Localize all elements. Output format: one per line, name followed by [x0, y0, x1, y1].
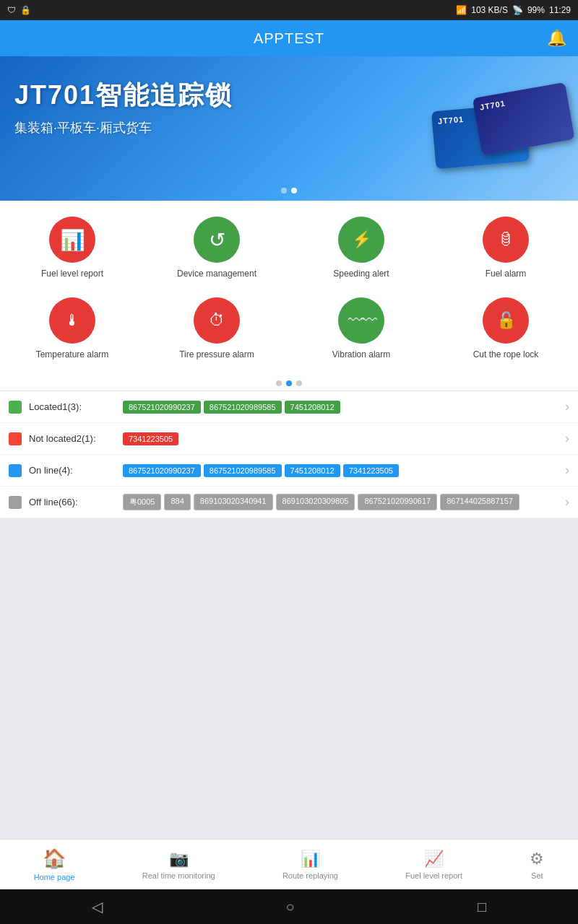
top-bar: APPTEST 🔔: [0, 20, 578, 56]
nav-home[interactable]: 🏠 Home page: [22, 843, 87, 886]
bottom-nav: 🏠 Home page 📷 Real time monitoring 📊 Rou…: [0, 839, 578, 889]
route-icon: 📊: [301, 850, 320, 868]
not-located-row[interactable]: Not located2(1): 7341223505 ›: [0, 423, 578, 455]
bell-icon[interactable]: 🔔: [547, 29, 566, 48]
icon-page-dots: [0, 376, 578, 391]
temperature-alarm-item[interactable]: 🌡 Temperature alarm: [0, 289, 144, 370]
fuel-alarm-item[interactable]: 🛢 Fuel alarm: [434, 208, 578, 289]
arrow-icon: ›: [565, 431, 569, 446]
arrow-icon: ›: [565, 494, 569, 510]
nav-route-label: Route replaying: [282, 871, 338, 880]
banner-dots: [281, 188, 297, 193]
icon-dot-1[interactable]: [276, 380, 282, 386]
fuel-level-icon: 📊: [49, 217, 95, 263]
tag-item[interactable]: 869103020309805: [276, 494, 355, 510]
nav-settings[interactable]: ⚙ Set: [518, 845, 556, 884]
tag-item[interactable]: 867521020990617: [358, 494, 437, 510]
tag-item[interactable]: 867144025887157: [440, 494, 519, 510]
app-title: APPTEST: [254, 30, 324, 47]
arrow-icon: ›: [565, 399, 569, 414]
not-located-tags: 7341223505: [123, 432, 565, 445]
wifi-icon: 📶: [456, 5, 467, 15]
banner-dot-2[interactable]: [291, 188, 297, 193]
settings-icon: ⚙: [530, 850, 544, 868]
vibration-alarm-icon: 〰〰: [338, 297, 384, 344]
temperature-alarm-icon: 🌡: [49, 297, 95, 344]
camera-icon: 📷: [169, 850, 189, 868]
temperature-alarm-label: Temperature alarm: [36, 349, 109, 361]
icon-dot-2[interactable]: [286, 380, 292, 386]
fuel-alarm-icon: 🛢: [483, 217, 529, 263]
tag-item[interactable]: 867521020990237: [123, 401, 201, 414]
banner-text: JT701智能追踪锁 集装箱·平板车·厢式货车: [14, 78, 233, 136]
tire-pressure-label: Tire pressure alarm: [179, 349, 254, 361]
tire-pressure-item[interactable]: ⏱ Tire pressure alarm: [144, 289, 289, 370]
icon-dot-3[interactable]: [296, 380, 302, 386]
clock: 11:29: [549, 5, 571, 15]
banner-dot-1[interactable]: [281, 188, 287, 193]
offline-row[interactable]: Off line(66): 粤0005 884 869103020340941 …: [0, 487, 578, 518]
online-label: On line(4):: [29, 465, 123, 476]
tire-pressure-icon: ⏱: [194, 297, 240, 344]
shield-icon: 🛡: [7, 5, 16, 15]
fuel-alarm-label: Fuel alarm: [486, 269, 527, 280]
home-icon: 🏠: [43, 847, 66, 870]
cut-rope-lock-item[interactable]: 🔓 Cut the rope lock: [434, 289, 578, 370]
device-management-icon: ↺: [194, 217, 240, 263]
cut-rope-lock-icon: 🔓: [483, 297, 529, 344]
tag-item[interactable]: 869103020340941: [194, 494, 273, 510]
device-label2: JT701: [473, 82, 569, 118]
lock-icon: 🔒: [20, 5, 31, 15]
signal-icon: 📡: [512, 5, 523, 15]
home-button[interactable]: ○: [278, 892, 301, 923]
tag-item[interactable]: 7341223505: [123, 432, 178, 445]
recent-button[interactable]: □: [470, 892, 493, 923]
not-located-indicator: [9, 432, 22, 445]
tag-item[interactable]: 867521020989585: [204, 401, 282, 414]
android-nav: ◁ ○ □: [0, 889, 578, 924]
speeding-alert-icon: ⚡: [338, 217, 384, 263]
tag-item[interactable]: 7341223505: [343, 464, 399, 477]
status-list: Located1(3): 867521020990237 86752102098…: [0, 391, 578, 518]
speeding-alert-item[interactable]: ⚡ Speeding alert: [289, 208, 434, 289]
vibration-alarm-label: Vibration alarm: [332, 349, 390, 361]
nav-fuel[interactable]: 📈 Fuel level report: [394, 845, 474, 884]
nav-fuel-label: Fuel level report: [405, 871, 462, 880]
tag-item[interactable]: 884: [164, 494, 190, 510]
cut-rope-lock-label: Cut the rope lock: [473, 349, 539, 361]
speeding-alert-label: Speeding alert: [333, 269, 389, 280]
tag-item[interactable]: 867521020989585: [204, 464, 282, 477]
nav-route[interactable]: 📊 Route replaying: [271, 845, 350, 884]
banner-device: JT701 JT701: [419, 71, 564, 186]
nav-settings-label: Set: [531, 871, 543, 880]
back-button[interactable]: ◁: [85, 891, 110, 923]
nav-realtime[interactable]: 📷 Real time monitoring: [131, 845, 227, 884]
tag-item[interactable]: 867521020990237: [123, 464, 201, 477]
online-indicator: [9, 464, 22, 477]
tag-item[interactable]: 粤0005: [123, 494, 161, 510]
nav-realtime-label: Real time monitoring: [142, 871, 215, 880]
located-indicator: [9, 401, 22, 414]
tag-item[interactable]: 7451208012: [285, 464, 340, 477]
device-management-item[interactable]: ↺ Device management: [144, 208, 289, 289]
offline-indicator: [9, 496, 22, 509]
not-located-label: Not located2(1):: [29, 433, 123, 444]
status-bar: 🛡 🔒 📶 103 KB/S 📡 99% 11:29: [0, 0, 578, 20]
tag-item[interactable]: 7451208012: [285, 401, 340, 414]
located-label: Located1(3):: [29, 401, 123, 412]
nav-home-label: Home page: [34, 873, 75, 881]
online-row[interactable]: On line(4): 867521020990237 867521020989…: [0, 455, 578, 487]
device-card-front: JT701: [473, 82, 575, 155]
online-tags: 867521020990237 867521020989585 74512080…: [123, 464, 565, 477]
banner-title: JT701智能追踪锁: [14, 78, 233, 113]
fuel-level-label: Fuel level report: [41, 269, 103, 280]
vibration-alarm-item[interactable]: 〰〰 Vibration alarm: [289, 289, 434, 370]
located-tags: 867521020990237 867521020989585 74512080…: [123, 401, 565, 414]
icon-grid: 📊 Fuel level report ↺ Device management …: [0, 201, 578, 376]
offline-tags: 粤0005 884 869103020340941 86910302030980…: [123, 494, 565, 510]
located-row[interactable]: Located1(3): 867521020990237 86752102098…: [0, 391, 578, 423]
fuel-level-report-item[interactable]: 📊 Fuel level report: [0, 208, 144, 289]
banner: JT701智能追踪锁 集装箱·平板车·厢式货车 JT701 JT701: [0, 56, 578, 201]
network-speed: 103 KB/S: [471, 5, 508, 15]
device-management-label: Device management: [177, 269, 256, 280]
